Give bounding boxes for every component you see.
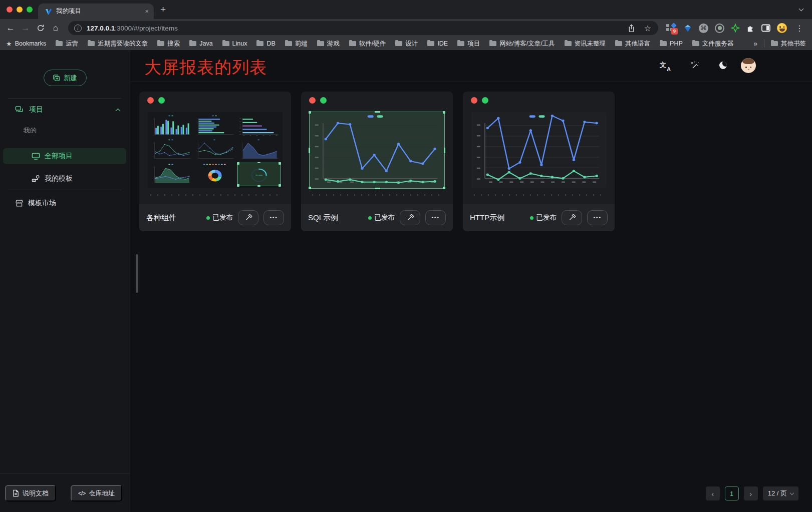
bookmark-folder[interactable]: 其他语言 — [615, 40, 650, 48]
folder-icon — [692, 41, 699, 46]
edit-project-button[interactable] — [562, 210, 582, 225]
selection-handle[interactable] — [279, 162, 281, 165]
share-icon[interactable] — [628, 24, 635, 33]
chevron-up-icon[interactable] — [116, 108, 121, 113]
sidebar-group-projects[interactable]: 项目 — [15, 102, 120, 117]
extension-badge: 9 — [671, 28, 678, 35]
bookmarks-overflow-icon[interactable]: » — [753, 40, 757, 48]
bookmark-folder[interactable]: PHP — [660, 40, 683, 47]
selection-handle[interactable] — [257, 162, 260, 164]
bookmark-folder[interactable]: 设计 — [395, 40, 418, 48]
language-toggle-icon[interactable]: 文 A — [660, 61, 672, 72]
current-page-button[interactable]: 1 — [725, 486, 739, 500]
bookmark-folder[interactable]: 网站/博客/文章/工具 — [489, 40, 555, 48]
side-panel-icon[interactable] — [761, 24, 770, 32]
bookmark-folder[interactable]: 资讯未整理 — [565, 40, 606, 48]
zoom-window-button[interactable] — [27, 7, 33, 13]
sidebar-item-template-market[interactable]: 模板市场 — [15, 196, 56, 210]
chevron-down-icon — [790, 490, 794, 494]
more-actions-button[interactable]: ••• — [263, 210, 284, 225]
user-avatar[interactable] — [741, 58, 756, 73]
bookmark-folder[interactable]: Java — [189, 40, 212, 47]
profile-avatar-icon[interactable] — [777, 23, 787, 33]
project-thumbnail[interactable] — [471, 112, 606, 188]
next-page-button[interactable]: › — [744, 486, 758, 500]
close-window-button[interactable] — [7, 7, 13, 13]
bookmark-folder[interactable]: IDE — [427, 40, 448, 47]
selection-handle[interactable] — [309, 187, 311, 189]
selection-handle[interactable] — [443, 187, 445, 189]
selection-handle[interactable] — [443, 111, 445, 114]
bookmark-folder[interactable]: 近期需要读的文章 — [88, 40, 148, 48]
bookmark-label: Java — [199, 40, 212, 47]
tab-search-icon[interactable] — [799, 7, 804, 12]
project-card[interactable]: HTTP示例 已发布 ••• — [463, 92, 615, 231]
extension-cmd-icon[interactable]: ⌘ — [699, 24, 708, 33]
address-bar[interactable]: i 127.0.0.1:3000/#/project/items ☆ — [68, 21, 658, 35]
scrollbar-thumb[interactable] — [136, 254, 138, 293]
bookmark-label: IDE — [437, 40, 448, 47]
bookmark-folder[interactable]: 搜索 — [157, 40, 180, 48]
extension-star-icon[interactable] — [731, 24, 740, 33]
site-info-icon[interactable]: i — [74, 25, 82, 32]
bookmark-label: Linux — [232, 40, 247, 47]
bookmark-folder[interactable]: 运营 — [56, 40, 78, 48]
theme-magic-wand-icon[interactable] — [690, 61, 700, 73]
extension-tabs-icon[interactable]: 9 — [666, 23, 677, 34]
selection-handle[interactable] — [309, 111, 311, 114]
selection-handle[interactable] — [237, 162, 239, 165]
hammer-icon — [406, 214, 414, 222]
browser-tab[interactable]: 我的项目 × — [38, 4, 154, 19]
url-host: 127.0.0.1 — [87, 25, 115, 32]
tab-close-icon[interactable]: × — [145, 8, 149, 15]
selection-handle[interactable] — [444, 148, 445, 153]
sidebar-item-all-projects[interactable]: 全部项目 — [3, 148, 126, 164]
forward-button[interactable]: → — [18, 23, 33, 33]
bookmarks-manager[interactable]: ★Bookmarks — [6, 40, 46, 48]
bookmark-folder[interactable]: 游戏 — [317, 40, 340, 48]
bookmark-folder[interactable]: DB — [256, 40, 275, 47]
extension-gem-icon[interactable] — [683, 24, 692, 33]
other-bookmarks[interactable]: 其他书签 — [771, 40, 806, 48]
project-card[interactable]: SQL示例 已发布 ••• — [301, 92, 453, 231]
monitor-icon — [32, 152, 40, 160]
more-actions-button[interactable]: ••• — [425, 210, 446, 225]
selection-handle[interactable] — [375, 111, 380, 113]
new-tab-button[interactable]: + — [160, 3, 166, 16]
selection-handle[interactable] — [309, 148, 310, 153]
prev-page-button[interactable]: ‹ — [706, 486, 720, 500]
repo-button[interactable]: </> 仓库地址 — [71, 485, 122, 501]
extension-record-icon[interactable] — [715, 24, 724, 33]
project-thumbnail[interactable]: 25.00% — [148, 112, 283, 188]
dark-mode-moon-icon[interactable] — [719, 62, 727, 69]
page-size-select[interactable]: 12 / 页 — [763, 486, 798, 500]
browser-toolbar: ← → ⌂ i 127.0.0.1:3000/#/project/items ☆… — [0, 19, 812, 37]
selection-handle[interactable] — [279, 184, 281, 187]
selection-handle[interactable] — [375, 188, 380, 189]
project-card[interactable]: 25.00% 各种组件 已发布 ••• — [139, 92, 291, 231]
bookmark-star-icon[interactable]: ☆ — [644, 24, 651, 33]
edit-project-button[interactable] — [400, 210, 420, 225]
extensions-puzzle-icon[interactable] — [746, 24, 755, 33]
bookmark-folder[interactable]: 软件/硬件 — [349, 40, 386, 48]
sidebar-item-my-templates[interactable]: 我的模板 — [32, 172, 73, 186]
folder-icon — [256, 41, 263, 46]
bookmark-folder[interactable]: 文件服务器 — [692, 40, 734, 48]
selection-handle[interactable] — [257, 185, 260, 187]
bookmark-folder[interactable]: 项目 — [457, 40, 480, 48]
back-button[interactable]: ← — [3, 23, 18, 33]
docs-button[interactable]: 说明文档 — [5, 485, 56, 501]
reload-button[interactable] — [33, 24, 48, 32]
selection-handle[interactable] — [237, 184, 239, 187]
new-project-button[interactable]: 新建 — [44, 70, 87, 86]
home-button[interactable]: ⌂ — [48, 23, 63, 33]
card-footer: SQL示例 已发布 ••• — [301, 204, 453, 231]
minimize-window-button[interactable] — [17, 7, 23, 13]
more-actions-button[interactable]: ••• — [587, 210, 608, 225]
project-thumbnail-selected[interactable] — [310, 112, 444, 188]
edit-project-button[interactable] — [238, 210, 258, 225]
bookmark-folder[interactable]: 前端 — [285, 40, 308, 48]
reload-icon — [37, 24, 45, 32]
bookmark-folder[interactable]: Linux — [222, 40, 247, 47]
browser-menu-icon[interactable]: ⋮ — [795, 24, 803, 33]
